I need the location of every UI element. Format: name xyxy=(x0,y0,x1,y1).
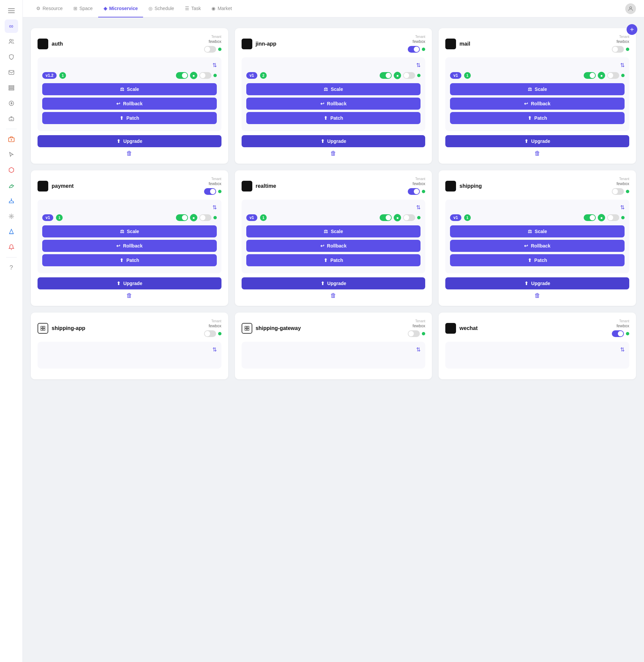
expand-icon[interactable]: ⇅ xyxy=(212,347,217,353)
secondary-toggle[interactable] xyxy=(199,214,211,221)
stop-btn[interactable]: ■ xyxy=(598,214,605,221)
delete-icon[interactable]: 🗑 xyxy=(330,150,337,157)
nav-task[interactable]: ☰ Task xyxy=(180,0,206,18)
instance-toggle[interactable] xyxy=(176,214,188,221)
upgrade-button[interactable]: ⬆ Upgrade xyxy=(242,277,426,289)
toggle[interactable] xyxy=(612,330,624,337)
instance-toggle[interactable] xyxy=(380,72,392,79)
sidebar-icon-cursor[interactable] xyxy=(5,148,18,161)
instance-toggle[interactable] xyxy=(584,72,596,79)
sidebar-icon-mail[interactable] xyxy=(5,66,18,79)
instance-toggle[interactable] xyxy=(176,72,188,79)
add-service-button[interactable]: + xyxy=(626,24,637,35)
sidebar-icon-infinity[interactable]: ∞ xyxy=(5,19,18,33)
nav-microservice[interactable]: ◈ Microservice xyxy=(98,0,143,18)
sidebar-icon-robot[interactable] xyxy=(5,112,18,126)
expand-icon[interactable]: ⇅ xyxy=(620,204,625,211)
nav-space[interactable]: ⊞ Space xyxy=(68,0,98,18)
rollback-button[interactable]: ↩ Rollback xyxy=(450,240,625,252)
sidebar-icon-sail[interactable] xyxy=(5,225,18,239)
patch-icon: ⬆ xyxy=(528,115,532,121)
patch-icon: ⬆ xyxy=(120,258,124,263)
sidebar-icon-package[interactable] xyxy=(5,132,18,146)
sidebar-icon-layers[interactable] xyxy=(5,81,18,94)
content-area: + auth Tenant fewbox ⇅ v1.2 1 xyxy=(23,18,644,662)
secondary-toggle[interactable] xyxy=(199,72,211,79)
rollback-button[interactable]: ↩ Rollback xyxy=(246,240,421,252)
patch-button[interactable]: ⬆ Patch xyxy=(42,254,217,266)
upgrade-button[interactable]: ⬆ Upgrade xyxy=(445,277,629,289)
stop-btn[interactable]: ■ xyxy=(190,214,197,221)
patch-button[interactable]: ⬆ Patch xyxy=(42,112,217,124)
stop-btn[interactable]: ■ xyxy=(190,72,197,79)
expand-icon[interactable]: ⇅ xyxy=(212,204,217,211)
scale-button[interactable]: ⚖ Scale xyxy=(246,83,421,95)
nav-market[interactable]: ◉ Market xyxy=(206,0,237,18)
microservice-icon: ◈ xyxy=(104,6,107,11)
sidebar-icon-cube[interactable] xyxy=(5,163,18,177)
sidebar-icon-question[interactable]: ? xyxy=(5,261,18,274)
toggle[interactable] xyxy=(408,188,420,195)
sidebar-icon-shield[interactable] xyxy=(5,50,18,64)
upgrade-button[interactable]: ⬆ Upgrade xyxy=(445,135,629,147)
toggle[interactable] xyxy=(204,330,216,337)
expand-icon[interactable]: ⇅ xyxy=(620,347,625,353)
scale-button[interactable]: ⚖ Scale xyxy=(42,83,217,95)
sidebar-icon-users[interactable] xyxy=(5,35,18,48)
nav-resource[interactable]: ⚙ Resource xyxy=(31,0,68,18)
rollback-button[interactable]: ↩ Rollback xyxy=(42,240,217,252)
expand-icon[interactable]: ⇅ xyxy=(212,62,217,68)
sidebar-icon-leaf[interactable] xyxy=(5,179,18,192)
sidebar-icon-coin[interactable] xyxy=(5,96,18,110)
delete-icon[interactable]: 🗑 xyxy=(330,292,337,299)
status-dot xyxy=(422,48,425,51)
patch-button[interactable]: ⬆ Patch xyxy=(450,254,625,266)
user-avatar[interactable] xyxy=(625,3,636,14)
sidebar-icon-alert[interactable] xyxy=(5,240,18,254)
count-badge: 2 xyxy=(260,72,267,79)
rollback-button[interactable]: ↩ Rollback xyxy=(42,97,217,110)
expand-icon[interactable]: ⇅ xyxy=(620,62,625,68)
scale-button[interactable]: ⚖ Scale xyxy=(450,83,625,95)
upgrade-button[interactable]: ⬆ Upgrade xyxy=(38,135,222,147)
stop-btn[interactable]: ■ xyxy=(394,72,401,79)
toggle[interactable] xyxy=(204,188,216,195)
upgrade-button[interactable]: ⬆ Upgrade xyxy=(38,277,222,289)
toggle[interactable] xyxy=(612,188,624,195)
secondary-toggle[interactable] xyxy=(403,72,415,79)
delete-icon[interactable]: 🗑 xyxy=(126,292,132,299)
expand-icon[interactable]: ⇅ xyxy=(416,62,420,68)
toggle[interactable] xyxy=(204,46,216,53)
status-dot xyxy=(422,190,425,193)
patch-button[interactable]: ⬆ Patch xyxy=(246,254,421,266)
patch-button[interactable]: ⬆ Patch xyxy=(246,112,421,124)
stop-btn[interactable]: ■ xyxy=(598,72,605,79)
toggle[interactable] xyxy=(612,46,624,53)
delete-icon[interactable]: 🗑 xyxy=(534,292,540,299)
instance-toggle[interactable] xyxy=(380,214,392,221)
upgrade-button[interactable]: ⬆ Upgrade xyxy=(242,135,426,147)
scale-button[interactable]: ⚖ Scale xyxy=(42,225,217,238)
instance-toggle[interactable] xyxy=(584,214,596,221)
sidebar-icon-ship[interactable] xyxy=(5,194,18,207)
patch-button[interactable]: ⬆ Patch xyxy=(450,112,625,124)
expand-icon[interactable]: ⇅ xyxy=(416,347,420,353)
stop-btn[interactable]: ■ xyxy=(394,214,401,221)
rollback-button[interactable]: ↩ Rollback xyxy=(246,97,421,110)
toggle[interactable] xyxy=(408,330,420,337)
toggle[interactable] xyxy=(408,46,420,53)
delete-icon[interactable]: 🗑 xyxy=(126,150,132,157)
sidebar-icon-kubernetes[interactable] xyxy=(5,209,18,223)
delete-icon[interactable]: 🗑 xyxy=(534,150,540,157)
secondary-toggle[interactable] xyxy=(403,214,415,221)
scale-button[interactable]: ⚖ Scale xyxy=(450,225,625,238)
scale-icon: ⚖ xyxy=(528,87,532,92)
nav-schedule[interactable]: ◎ Schedule xyxy=(143,0,179,18)
hamburger-menu[interactable] xyxy=(5,4,18,18)
secondary-toggle[interactable] xyxy=(607,72,619,79)
expand-icon[interactable]: ⇅ xyxy=(416,204,420,211)
secondary-toggle[interactable] xyxy=(607,214,619,221)
scale-button[interactable]: ⚖ Scale xyxy=(246,225,421,238)
rollback-button[interactable]: ↩ Rollback xyxy=(450,97,625,110)
card-header: realtime Tenant fewbox xyxy=(242,177,426,195)
